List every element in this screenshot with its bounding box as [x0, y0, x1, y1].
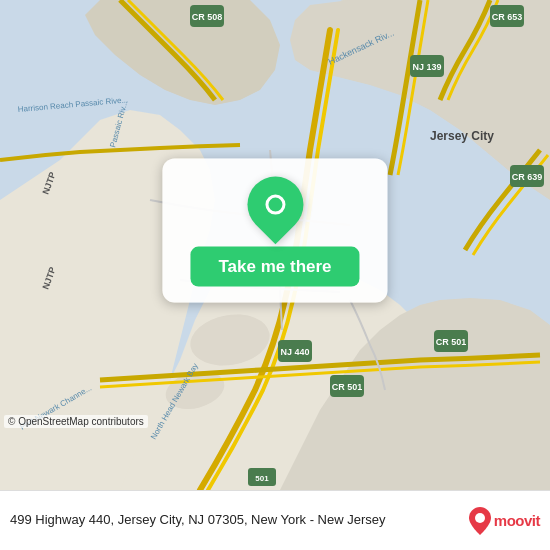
info-bar: 499 Highway 440, Jersey City, NJ 07305, …: [0, 490, 550, 550]
moovit-brand-text: moovit: [494, 512, 540, 529]
svg-text:Jersey City: Jersey City: [430, 129, 494, 143]
svg-text:CR 501: CR 501: [332, 382, 363, 392]
location-pin-icon: [235, 165, 314, 244]
svg-text:CR 653: CR 653: [492, 12, 523, 22]
svg-text:NJ 440: NJ 440: [280, 347, 309, 357]
pin-inner-circle: [265, 195, 285, 215]
map-container: CR 508 CR 653 NJ 139 CR 639 NJ 440 CR 50…: [0, 0, 550, 490]
osm-credit: © OpenStreetMap contributors: [4, 415, 148, 428]
svg-text:NJ 139: NJ 139: [412, 62, 441, 72]
svg-text:CR 639: CR 639: [512, 172, 543, 182]
moovit-logo: moovit: [469, 507, 540, 535]
svg-point-33: [475, 513, 485, 523]
svg-text:CR 501: CR 501: [436, 337, 467, 347]
cta-overlay: Take me there: [162, 159, 387, 303]
moovit-pin-icon: [469, 507, 491, 535]
take-me-there-button[interactable]: Take me there: [190, 247, 359, 287]
svg-text:CR 508: CR 508: [192, 12, 223, 22]
address-text: 499 Highway 440, Jersey City, NJ 07305, …: [10, 512, 461, 529]
svg-text:501: 501: [255, 474, 269, 483]
